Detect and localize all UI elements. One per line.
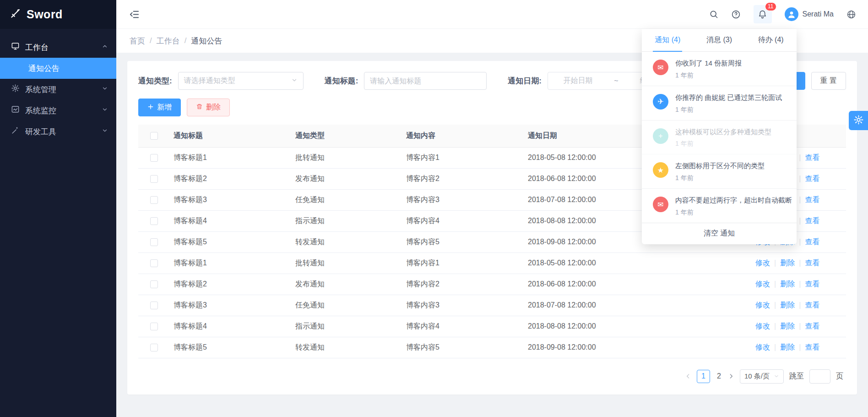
cell-content: 博客内容3 <box>406 189 528 210</box>
cell-title: 博客标题1 <box>174 147 295 168</box>
filter-date-label: 通知日期: <box>508 76 542 86</box>
edit-link[interactable]: 修改 <box>755 301 770 309</box>
view-link[interactable]: 查看 <box>805 259 819 267</box>
jump-page-input[interactable] <box>809 369 830 384</box>
notification-item[interactable]: ✈ 你推荐的 曲妮妮 已通过第三轮面试 1 年前 <box>642 86 797 121</box>
row-checkbox[interactable] <box>150 217 158 225</box>
notice-title-input[interactable] <box>364 72 487 90</box>
delete-link[interactable]: 删除 <box>780 322 795 330</box>
notification-item[interactable]: ★ 左侧图标用于区分不同的类型 1 年前 <box>642 154 797 189</box>
view-link[interactable]: 查看 <box>805 217 819 225</box>
table-row: 博客标题2 发布通知 博客内容2 2018-06-08 12:00:00 修改|… <box>138 274 846 295</box>
user-menu[interactable]: Serati Ma <box>785 7 834 21</box>
sidebar-item-dev-tools[interactable]: 研发工具 <box>0 121 116 142</box>
cell-content: 博客内容5 <box>406 337 528 358</box>
sidebar-item-workbench[interactable]: 工作台 <box>0 37 116 58</box>
notifications-bell-button[interactable]: 11 <box>754 5 772 23</box>
breadcrumb-current: 通知公告 <box>191 36 222 46</box>
delete-link[interactable]: 删除 <box>780 301 795 309</box>
clear-notifications-button[interactable]: 清空 通知 <box>642 223 797 244</box>
edit-link[interactable]: 修改 <box>755 322 770 330</box>
delete-link[interactable]: 删除 <box>780 259 795 267</box>
row-checkbox[interactable] <box>150 238 158 246</box>
language-globe-icon[interactable] <box>846 10 856 19</box>
row-checkbox[interactable] <box>150 302 158 309</box>
view-link[interactable]: 查看 <box>805 175 819 182</box>
edit-link[interactable]: 修改 <box>755 343 770 351</box>
breadcrumb-workbench[interactable]: 工作台 <box>157 36 180 46</box>
add-button[interactable]: 新增 <box>138 99 181 116</box>
action-separator: | <box>799 301 801 309</box>
bell-icon <box>758 10 767 19</box>
cell-date: 2018-06-08 12:00:00 <box>528 274 755 295</box>
sidebar-item-notice[interactable]: 通知公告 <box>0 58 116 79</box>
action-separator: | <box>799 217 801 225</box>
cell-type: 任免通知 <box>295 295 406 316</box>
page-number-1[interactable]: 1 <box>697 370 710 383</box>
tab-todos[interactable]: 待办 (4) <box>745 29 797 51</box>
action-separator: | <box>774 280 776 288</box>
tab-messages[interactable]: 消息 (3) <box>694 29 745 51</box>
view-link[interactable]: 查看 <box>805 280 819 288</box>
notice-type-select[interactable]: 请选择通知类型 <box>178 72 304 90</box>
action-separator: | <box>774 322 776 330</box>
mail-icon: ✉ <box>653 197 668 212</box>
row-checkbox[interactable] <box>150 280 158 288</box>
view-link[interactable]: 查看 <box>805 196 819 203</box>
row-checkbox[interactable] <box>150 323 158 330</box>
notification-body: 你推荐的 曲妮妮 已通过第三轮面试 1 年前 <box>675 93 782 114</box>
notification-body: 你收到了 14 份新周报 1 年前 <box>675 58 742 80</box>
star-icon: ★ <box>653 162 668 178</box>
monitor-icon <box>11 105 20 116</box>
edit-link[interactable]: 修改 <box>755 259 770 267</box>
cell-date: 2018-09-08 12:00:00 <box>528 337 755 358</box>
cell-type: 任免通知 <box>295 189 406 210</box>
notification-time: 1 年前 <box>675 106 782 114</box>
sidebar-collapse-button[interactable] <box>129 9 140 20</box>
breadcrumb-home[interactable]: 首页 <box>130 36 145 46</box>
table-row: 博客标题1 批转通知 博客内容1 2018-05-08 12:00:00 修改|… <box>138 252 846 274</box>
search-icon[interactable] <box>709 10 718 19</box>
help-icon[interactable] <box>731 10 741 19</box>
table-row: 博客标题3 任免通知 博客内容3 2018-07-08 12:00:00 修改|… <box>138 295 846 316</box>
page-number-2[interactable]: 2 <box>716 372 722 380</box>
cell-title: 博客标题1 <box>174 252 295 274</box>
action-separator: | <box>799 238 801 246</box>
row-checkbox[interactable] <box>150 344 158 351</box>
sidebar-menu: 工作台 通知公告 系统管理 <box>0 29 116 142</box>
view-link[interactable]: 查看 <box>805 343 819 351</box>
select-all-checkbox[interactable] <box>150 132 158 140</box>
next-page-button[interactable] <box>728 373 734 379</box>
page-size-select[interactable]: 10 条/页 <box>740 369 784 384</box>
cell-title: 博客标题4 <box>174 316 295 337</box>
select-placeholder: 请选择通知类型 <box>184 76 235 86</box>
tab-notifications[interactable]: 通知 (4) <box>642 29 694 51</box>
notification-body: 内容不要超过两行字，超出时自动截断 1 年前 <box>675 195 792 217</box>
sidebar-item-label: 系统管理 <box>25 84 102 95</box>
prev-page-button[interactable] <box>685 373 691 379</box>
view-link[interactable]: 查看 <box>805 154 819 161</box>
notification-item[interactable]: ✉ 你收到了 14 份新周报 1 年前 <box>642 52 797 86</box>
notification-item[interactable]: ✉ 内容不要超过两行字，超出时自动截断 1 年前 <box>642 189 797 223</box>
view-link[interactable]: 查看 <box>805 238 819 246</box>
view-link[interactable]: 查看 <box>805 322 819 330</box>
app-title: Sword <box>27 8 63 21</box>
edit-link[interactable]: 修改 <box>755 280 770 288</box>
sidebar: Sword 工作台 通知公告 <box>0 0 116 417</box>
row-checkbox[interactable] <box>150 154 158 162</box>
row-checkbox[interactable] <box>150 259 158 267</box>
notification-item-read[interactable]: + 这种模板可以区分多种通知类型 1 年前 <box>642 121 797 155</box>
delete-button[interactable]: 删除 <box>187 99 230 116</box>
app-logo[interactable]: Sword <box>0 0 116 29</box>
sidebar-item-system-monitor[interactable]: 系统监控 <box>0 100 116 121</box>
delete-link[interactable]: 删除 <box>780 343 795 351</box>
sidebar-item-system-manage[interactable]: 系统管理 <box>0 79 116 100</box>
delete-link[interactable]: 删除 <box>780 280 795 288</box>
notification-time: 1 年前 <box>675 140 771 148</box>
reset-button[interactable]: 重 置 <box>811 72 846 90</box>
view-link[interactable]: 查看 <box>805 301 819 309</box>
theme-settings-button[interactable] <box>849 111 868 130</box>
notification-time: 1 年前 <box>675 71 742 80</box>
row-checkbox[interactable] <box>150 196 158 204</box>
row-checkbox[interactable] <box>150 175 158 183</box>
